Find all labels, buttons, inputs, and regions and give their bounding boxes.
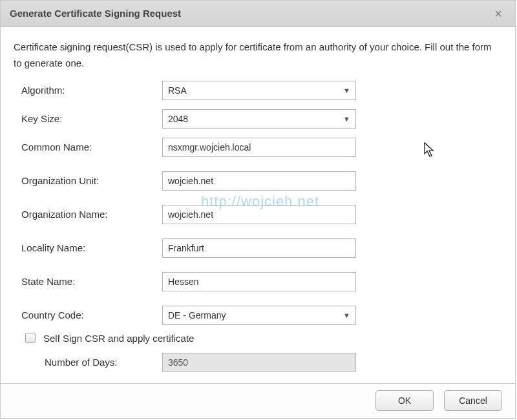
dialog-footer: OK Cancel bbox=[1, 383, 515, 418]
locality-row: Locality Name: bbox=[14, 237, 502, 259]
org-unit-row: Organization Unit: bbox=[14, 170, 502, 192]
key-size-select[interactable]: 2048 ▼ bbox=[162, 109, 356, 129]
dialog-description: Certificate signing request(CSR) is used… bbox=[14, 39, 502, 72]
common-name-row: Common Name: bbox=[14, 136, 502, 158]
locality-label: Locality Name: bbox=[14, 242, 162, 253]
state-input[interactable] bbox=[162, 272, 356, 291]
org-name-input[interactable] bbox=[162, 205, 356, 224]
num-days-value: 3650 bbox=[168, 357, 188, 368]
country-label: Country Code: bbox=[14, 310, 162, 320]
algorithm-value: RSA bbox=[168, 85, 187, 96]
csr-dialog: Generate Certificate Signing Request × C… bbox=[0, 0, 516, 419]
org-name-row: Organization Name: bbox=[14, 204, 502, 226]
algorithm-label: Algorithm: bbox=[14, 85, 162, 96]
key-size-row: Key Size: 2048 ▼ bbox=[14, 108, 502, 130]
chevron-down-icon: ▼ bbox=[343, 87, 350, 94]
titlebar: Generate Certificate Signing Request × bbox=[1, 1, 515, 27]
dialog-title: Generate Certificate Signing Request bbox=[10, 8, 181, 19]
num-days-row: Number of Days: 3650 bbox=[14, 352, 502, 373]
org-unit-label: Organization Unit: bbox=[14, 175, 162, 186]
self-sign-label: Self Sign CSR and apply certificate bbox=[43, 333, 194, 344]
num-days-input: 3650 bbox=[162, 353, 356, 372]
cancel-button-label: Cancel bbox=[459, 395, 487, 406]
chevron-down-icon: ▼ bbox=[343, 115, 350, 123]
close-icon[interactable]: × bbox=[491, 6, 506, 21]
dialog-body: Certificate signing request(CSR) is used… bbox=[1, 27, 515, 383]
key-size-label: Key Size: bbox=[14, 113, 162, 124]
chevron-down-icon: ▼ bbox=[343, 311, 350, 319]
key-size-value: 2048 bbox=[168, 114, 188, 124]
org-name-label: Organization Name: bbox=[14, 209, 162, 220]
num-days-label: Number of Days: bbox=[14, 357, 162, 368]
country-value: DE - Germany bbox=[168, 310, 226, 320]
state-row: State Name: bbox=[14, 271, 502, 293]
locality-input[interactable] bbox=[162, 238, 356, 258]
algorithm-select[interactable]: RSA ▼ bbox=[162, 81, 356, 100]
common-name-label: Common Name: bbox=[14, 142, 162, 152]
self-sign-checkbox[interactable] bbox=[25, 333, 36, 343]
common-name-input[interactable] bbox=[162, 138, 356, 157]
algorithm-row: Algorithm: RSA ▼ bbox=[14, 79, 502, 101]
ok-button[interactable]: OK bbox=[375, 390, 434, 411]
state-label: State Name: bbox=[14, 276, 162, 287]
ok-button-label: OK bbox=[398, 395, 411, 406]
self-sign-row: Self Sign CSR and apply certificate bbox=[14, 333, 502, 344]
cancel-button[interactable]: Cancel bbox=[444, 390, 502, 411]
country-select[interactable]: DE - Germany ▼ bbox=[162, 306, 356, 325]
org-unit-input[interactable] bbox=[162, 171, 356, 191]
country-row: Country Code: DE - Germany ▼ bbox=[14, 304, 502, 326]
